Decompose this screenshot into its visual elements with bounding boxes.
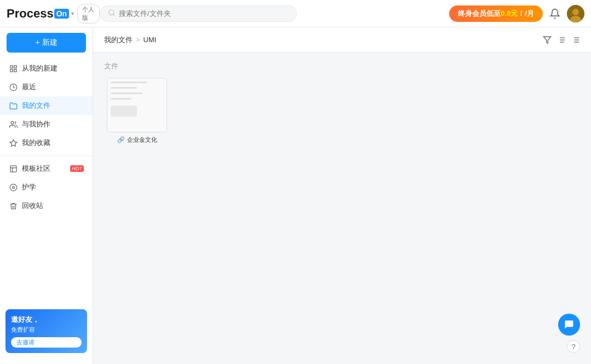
new-button[interactable]: + 新建: [7, 33, 86, 53]
svg-rect-7: [10, 69, 12, 71]
svg-point-0: [109, 9, 114, 14]
header-right: 终身会员低至0.8元！/月: [449, 5, 584, 22]
sidebar-learn-icon: [9, 183, 18, 192]
promo-text: 终身会员低至: [458, 9, 501, 18]
invite-btn[interactable]: 去邀请: [11, 337, 82, 348]
file-name: 🔗 企业金文化: [117, 136, 157, 144]
promo-button[interactable]: 终身会员低至0.8元！/月: [449, 5, 543, 22]
sidebar-item-learn[interactable]: 护学: [0, 178, 93, 197]
promo-price: 0.8元: [501, 9, 518, 18]
svg-line-1: [113, 14, 115, 15]
sidebar-recent-icon: [9, 64, 18, 73]
file-thumbnail: [107, 78, 167, 132]
svg-point-10: [11, 121, 14, 124]
thumb-inner: [107, 78, 167, 132]
logo-on: On: [54, 9, 69, 19]
personal-badge[interactable]: 个人版: [77, 4, 100, 24]
svg-rect-6: [14, 65, 16, 67]
avatar-circle: [567, 5, 584, 22]
content-area: 我的文件 > UMI 文件: [93, 27, 591, 364]
promo-suffix: ！/月: [518, 9, 534, 18]
help-button[interactable]: ?: [567, 340, 580, 353]
search-box[interactable]: [100, 5, 297, 22]
sidebar-history-icon: [9, 83, 18, 91]
view-icon[interactable]: [571, 36, 580, 44]
sidebar-templates-icon: [9, 164, 18, 173]
sidebar-favorites-icon: [9, 138, 18, 147]
sidebar-recent-label: 从我的新建: [22, 63, 84, 73]
sidebar-item-favorites[interactable]: 我的收藏: [0, 134, 93, 152]
logo-dropdown-icon[interactable]: ▾: [71, 10, 74, 16]
svg-rect-5: [10, 65, 12, 67]
logo-process: Process: [7, 7, 54, 21]
filter-icon[interactable]: [543, 36, 552, 44]
breadcrumb: 我的文件 > UMI: [104, 35, 156, 45]
search-icon: [108, 9, 116, 19]
sidebar-item-shared[interactable]: 与我协作: [0, 115, 93, 134]
sort-icon[interactable]: [557, 36, 566, 44]
header: ProcessOn ▾ 个人版 终身会员低至0.8元！/月: [0, 0, 591, 27]
sidebar-learn-label: 护学: [22, 182, 84, 192]
sidebar-templates-label: 模板社区: [22, 164, 65, 174]
svg-point-3: [572, 9, 579, 15]
breadcrumb-current: UMI: [144, 36, 157, 44]
sidebar-separator: [0, 155, 93, 156]
svg-point-15: [10, 184, 17, 191]
logo-area: ProcessOn ▾ 个人版: [7, 4, 100, 24]
file-label: 企业金文化: [127, 136, 157, 144]
main-layout: + 新建 从我的新建 最近 我的文件 与我协作: [0, 27, 591, 364]
file-grid: 文件: [93, 53, 591, 364]
invite-banner[interactable]: 邀好友， 免费扩容 去邀请: [5, 309, 87, 353]
svg-marker-17: [543, 37, 550, 43]
hot-badge: HOT: [70, 165, 84, 172]
sidebar-item-recent[interactable]: 从我的新建: [0, 59, 93, 78]
section-title: 文件: [104, 61, 580, 71]
file-link-icon: 🔗: [117, 136, 125, 143]
notification-bell-icon[interactable]: [549, 8, 560, 19]
svg-rect-8: [14, 69, 16, 71]
sidebar-shared-label: 与我协作: [22, 119, 84, 129]
logo[interactable]: ProcessOn: [7, 7, 69, 21]
sidebar-item-recycle[interactable]: 回收站: [0, 197, 93, 215]
sidebar-myfiles-label: 我的文件: [22, 101, 84, 111]
svg-marker-11: [10, 140, 17, 146]
invite-title: 邀好友，: [11, 315, 82, 325]
sidebar-history-label: 最近: [22, 82, 84, 92]
file-card[interactable]: 🔗 企业金文化: [104, 78, 170, 144]
sidebar-shared-icon: [9, 120, 18, 129]
breadcrumb-root[interactable]: 我的文件: [104, 35, 133, 45]
sidebar-recycle-label: 回收站: [22, 201, 84, 211]
bottom-right-area: ?: [558, 314, 580, 353]
invite-banner-area: 邀好友， 免费扩容 去邀请: [0, 304, 93, 359]
invite-subtitle: 免费扩容: [11, 326, 82, 334]
content-actions: [543, 36, 580, 44]
search-area: [100, 5, 449, 22]
sidebar-favorites-label: 我的收藏: [22, 138, 84, 148]
svg-rect-12: [10, 165, 16, 171]
sidebar-myfiles-icon: [9, 101, 18, 110]
content-header: 我的文件 > UMI: [93, 27, 591, 53]
svg-point-16: [12, 186, 14, 188]
chat-bubble-button[interactable]: [558, 314, 580, 336]
sidebar: + 新建 从我的新建 最近 我的文件 与我协作: [0, 27, 93, 364]
grid-container: 🔗 企业金文化: [104, 78, 580, 144]
breadcrumb-separator: >: [136, 36, 140, 44]
sidebar-item-templates[interactable]: 模板社区 HOT: [0, 159, 93, 178]
search-input[interactable]: [119, 9, 289, 18]
sidebar-recycle-icon: [9, 201, 18, 210]
sidebar-item-history[interactable]: 最近: [0, 78, 93, 96]
avatar[interactable]: [567, 5, 584, 22]
sidebar-item-myfiles[interactable]: 我的文件: [0, 96, 93, 115]
